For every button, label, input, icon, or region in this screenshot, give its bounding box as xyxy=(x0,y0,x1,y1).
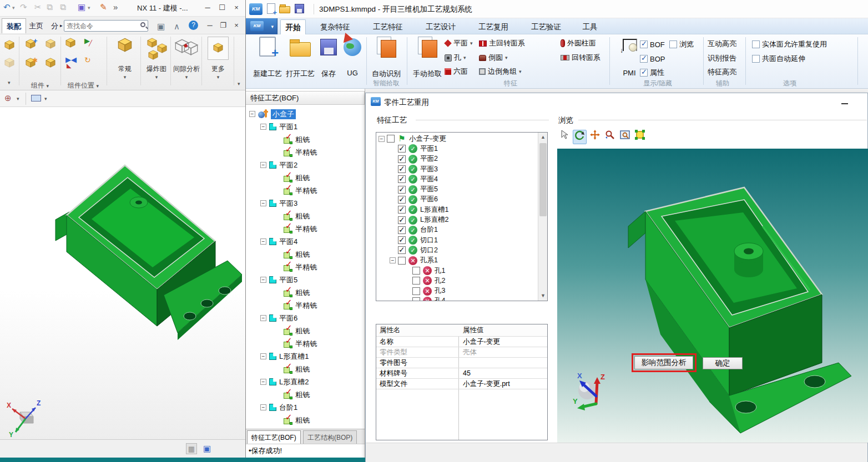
fillet-button[interactable]: 倒圆▾ xyxy=(479,52,508,63)
ribbon-overflow-icon[interactable]: ▾ xyxy=(238,81,240,87)
cut-icon[interactable]: ✂ xyxy=(34,2,42,12)
tree-row[interactable]: − ✓ 平面3 xyxy=(246,197,365,210)
tree-row[interactable]: − ✓ 粗铣 xyxy=(246,286,365,299)
screen-status-icon[interactable]: ▣ xyxy=(201,443,213,454)
tree-row[interactable]: − 台阶1 xyxy=(376,225,538,235)
checkbox[interactable] xyxy=(398,165,406,173)
nx-doc-minimize-button[interactable]: ─ xyxy=(203,19,216,32)
impact-analysis-button[interactable]: 影响范围分析 xyxy=(634,356,693,369)
auto-recognize-button[interactable]: 自动识别 xyxy=(369,37,403,85)
tab-process-features[interactable]: 工艺特征 xyxy=(364,19,412,34)
tab-tools[interactable]: 工具 xyxy=(574,19,605,34)
allow-reuse-checkbox[interactable]: 实体面允许重复使用 xyxy=(752,39,827,50)
new-document-icon[interactable] xyxy=(267,3,275,14)
nx-minimize-button[interactable]: ─ xyxy=(201,2,214,14)
expand-toggle-icon[interactable]: − xyxy=(260,353,266,359)
tree-row[interactable]: − ✓ 平面2 xyxy=(246,159,365,171)
group-label-position[interactable]: 组件位置 ▾ xyxy=(61,81,105,90)
tree-row[interactable]: − 平面2 xyxy=(376,154,538,164)
window-style-dropdown-icon[interactable]: ▾ xyxy=(88,5,90,11)
tree-row[interactable]: − 孔2 xyxy=(376,276,538,286)
qat-overflow-icon[interactable]: » xyxy=(113,2,118,12)
checkbox[interactable] xyxy=(398,246,406,254)
checkbox[interactable] xyxy=(398,196,406,204)
bop-checkbox[interactable]: BOP xyxy=(640,53,665,64)
expand-toggle-icon[interactable]: − xyxy=(260,379,266,385)
checkbox[interactable] xyxy=(412,267,420,275)
tree-row[interactable]: − 平面5 xyxy=(376,184,538,194)
tree-row[interactable]: − 孔4 xyxy=(376,296,538,301)
tree-row[interactable]: − 孔3 xyxy=(376,286,538,296)
expand-toggle-icon[interactable]: − xyxy=(260,200,266,206)
tab-process-reuse[interactable]: 工艺复用 xyxy=(469,19,518,34)
exploded-view-button[interactable]: 爆炸图▾ xyxy=(142,35,171,88)
tree-row[interactable]: − ✓ 粗铣 xyxy=(246,171,365,184)
checkbox[interactable] xyxy=(412,277,420,285)
new-component-icon[interactable] xyxy=(46,39,55,49)
checkbox[interactable] xyxy=(398,236,406,244)
nx-close-button[interactable]: × xyxy=(230,2,243,14)
checkbox[interactable] xyxy=(398,186,406,194)
outer-cylinder-button[interactable]: 外圆柱面 xyxy=(561,38,596,49)
attributes-checkbox[interactable]: 属性 xyxy=(640,67,664,78)
search-input[interactable] xyxy=(67,21,135,31)
expand-toggle-icon[interactable]: − xyxy=(379,136,385,142)
ug-button[interactable]: UG xyxy=(341,37,364,85)
tab-start[interactable]: 开始 xyxy=(280,19,306,34)
rotate-component-icon[interactable]: ↻ xyxy=(84,55,91,64)
tree-row[interactable]: − 平面6 xyxy=(376,195,538,205)
checkbox[interactable] xyxy=(398,206,406,214)
checkbox[interactable] xyxy=(398,216,406,224)
tab-process-verify[interactable]: 工艺验证 xyxy=(522,19,571,34)
browse-3d-viewport[interactable]: Z X Y xyxy=(557,149,868,443)
tree-row[interactable]: − ✓ L形直槽2 xyxy=(246,375,365,388)
tree-row[interactable]: − L形直槽1 xyxy=(376,205,538,215)
tree-row[interactable]: − ✓ 粗铣 xyxy=(246,133,365,146)
tree-row[interactable]: − 平面1 xyxy=(376,144,538,154)
screenshot-icon[interactable]: ▣ xyxy=(157,22,165,32)
tree-row[interactable]: − 切口1 xyxy=(376,235,538,245)
grid-status-icon[interactable]: ▦ xyxy=(186,443,197,454)
tree-row[interactable]: − ✓ 粗铣 xyxy=(246,414,365,427)
window-style-icon[interactable]: ▣ xyxy=(78,2,85,12)
tab-process-structure[interactable]: 工艺结构(BOP) xyxy=(303,430,357,444)
tree-row[interactable]: − 孔1 xyxy=(376,266,538,276)
tree-row[interactable]: − ✓ 平面1 xyxy=(246,120,365,133)
tree-row[interactable]: − ✓ 平面5 xyxy=(246,273,365,286)
pmi-button[interactable]: ↓ PMI xyxy=(617,37,642,85)
nx-3d-viewport[interactable]: X Z Y xyxy=(0,107,246,439)
save-document-icon[interactable] xyxy=(295,4,304,13)
tree-row[interactable]: − ✓ 粗铣 xyxy=(246,248,365,261)
tree-row[interactable]: − ✓ 半精铣 xyxy=(246,146,365,159)
group-label-components[interactable]: 组件 ▾ xyxy=(20,81,60,90)
checkbox[interactable] xyxy=(398,226,406,234)
checkbox[interactable] xyxy=(387,135,395,143)
browse-checkbox[interactable]: 浏览 xyxy=(669,39,694,50)
redo-icon[interactable]: ↷ xyxy=(20,2,27,12)
fit-view-button[interactable] xyxy=(633,130,647,144)
search-icon[interactable] xyxy=(140,22,145,27)
expand-toggle-icon[interactable]: − xyxy=(260,124,266,130)
rectangle-select-icon[interactable] xyxy=(31,95,41,101)
mirror-assembly-icon[interactable] xyxy=(46,58,55,68)
collapse-ribbon-icon[interactable]: ∧ xyxy=(174,22,180,32)
tree-row[interactable]: − ✓ 台阶1 xyxy=(246,401,365,414)
scroll-down-icon[interactable]: ▼ xyxy=(538,291,548,301)
undo-icon[interactable]: ↶ xyxy=(3,2,11,12)
interactive-highlight-button[interactable]: 互动高亮 xyxy=(708,39,736,49)
rectangle-select-dropdown-icon[interactable]: ▾ xyxy=(44,96,47,101)
property-row[interactable]: 零件图号 xyxy=(376,358,547,368)
touch-mode-icon[interactable]: ✎ xyxy=(100,2,107,12)
tab-home[interactable]: 主页 xyxy=(24,18,48,33)
chamfer-group-button[interactable]: 边倒角组▾ xyxy=(479,66,522,77)
tab-complex-features[interactable]: 复杂特征 xyxy=(311,19,360,34)
bof-checkbox[interactable]: BOF xyxy=(640,39,665,50)
expand-toggle-icon[interactable]: − xyxy=(260,238,266,245)
checkbox[interactable] xyxy=(412,287,420,295)
tree-row[interactable]: − ✓ 粗铣 xyxy=(246,210,365,222)
feature-highlight-button[interactable]: 特征高亮 xyxy=(708,67,736,77)
tree-row[interactable]: − ✓ 半精铣 xyxy=(246,222,365,235)
tree-row[interactable]: − ✓ 半精铣 xyxy=(246,261,365,273)
expand-toggle-icon[interactable]: − xyxy=(260,404,266,410)
expand-toggle-icon[interactable]: − xyxy=(260,315,266,321)
